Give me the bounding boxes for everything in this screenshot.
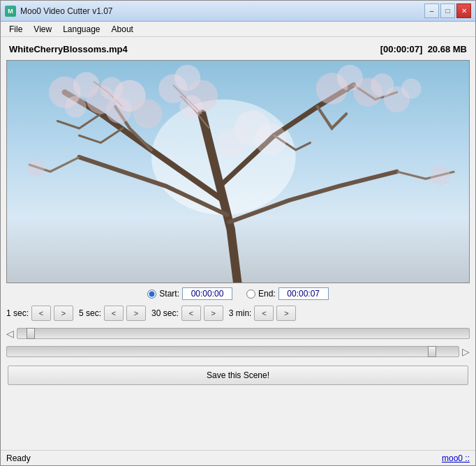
start-time-input[interactable] — [182, 287, 232, 300]
slider-thumb-icon: ◁ — [6, 328, 14, 339]
end-radio[interactable] — [246, 290, 255, 299]
file-size: 20.68 MB — [428, 44, 467, 54]
step-prev-30sec[interactable]: < — [181, 306, 201, 321]
status-text: Ready — [6, 453, 31, 463]
title-bar-left: M Moo0 Video Cutter v1.07 — [5, 6, 113, 17]
file-duration: [00:00:07] — [380, 44, 423, 54]
menu-language[interactable]: Language — [57, 23, 105, 36]
step-row: 1 sec: < > 5 sec: < > 30 sec: < > 3 min:… — [6, 304, 470, 322]
close-button[interactable]: ✕ — [456, 3, 471, 18]
step-group-3min: 3 min: < > — [229, 306, 297, 321]
svg-point-21 — [216, 128, 245, 157]
step-group-1sec: 1 sec: < > — [6, 306, 73, 321]
timeline-slider[interactable] — [17, 328, 470, 339]
svg-point-24 — [430, 165, 450, 186]
app-icon: M — [5, 6, 16, 17]
menu-file[interactable]: File — [3, 23, 28, 36]
video-preview — [6, 60, 470, 283]
main-content: WhiteCherryBlossoms.mp4 [00:00:07] 20.68… — [1, 37, 475, 393]
svg-point-8 — [133, 100, 162, 128]
tree-svg — [7, 61, 469, 283]
end-time-input[interactable] — [278, 287, 329, 300]
file-name: WhiteCherryBlossoms.mp4 — [9, 44, 128, 54]
maximize-button[interactable]: □ — [440, 3, 455, 18]
app-title: Moo0 Video Cutter v1.07 — [20, 6, 113, 16]
range-end-icon: ▷ — [462, 346, 470, 357]
step-group-30sec: 30 sec: < > — [151, 306, 223, 321]
step-next-5sec[interactable]: > — [126, 306, 146, 321]
menu-view[interactable]: View — [28, 23, 57, 36]
svg-point-9 — [100, 77, 123, 100]
title-bar: M Moo0 Video Cutter v1.07 – □ ✕ — [1, 1, 475, 22]
app-window: M Moo0 Video Cutter v1.07 – □ ✕ File Vie… — [0, 0, 476, 466]
range-slider[interactable] — [6, 346, 459, 357]
svg-point-5 — [65, 96, 87, 117]
save-button[interactable]: Save this Scene! — [8, 366, 468, 385]
start-radio[interactable] — [147, 290, 156, 299]
start-radio-label[interactable]: Start: — [147, 287, 232, 300]
end-label: End: — [258, 289, 276, 299]
svg-point-23 — [27, 159, 45, 176]
save-btn-container: Save this Scene! — [6, 363, 470, 388]
step-prev-1sec[interactable]: < — [31, 306, 51, 321]
menu-about[interactable]: About — [106, 23, 139, 36]
svg-point-19 — [401, 79, 422, 99]
step-prev-5sec[interactable]: < — [104, 306, 124, 321]
minimize-button[interactable]: – — [424, 3, 439, 18]
step-group-5sec: 5 sec: < > — [79, 306, 146, 321]
start-end-row: Start: End: — [6, 287, 470, 300]
menu-bar: File View Language About — [1, 22, 475, 37]
step-label-30sec: 30 sec: — [151, 308, 179, 318]
status-link[interactable]: moo0 :: — [442, 453, 470, 463]
timeline-slider-row: ◁ — [6, 326, 470, 340]
step-label-5sec: 5 sec: — [79, 308, 101, 318]
step-next-3min[interactable]: > — [276, 306, 296, 321]
svg-point-22 — [255, 123, 287, 156]
step-next-1sec[interactable]: > — [54, 306, 73, 321]
title-bar-buttons: – □ ✕ — [424, 3, 471, 18]
step-prev-3min[interactable]: < — [254, 306, 274, 321]
step-label-1sec: 1 sec: — [6, 308, 29, 318]
file-meta: [00:00:07] 20.68 MB — [380, 44, 467, 54]
svg-point-13 — [179, 95, 202, 118]
file-info-bar: WhiteCherryBlossoms.mp4 [00:00:07] 20.68… — [6, 43, 470, 56]
step-label-3min: 3 min: — [229, 308, 252, 318]
step-next-30sec[interactable]: > — [204, 306, 223, 321]
range-slider-row: ▷ — [6, 345, 470, 359]
app-icon-letter: M — [8, 8, 13, 15]
end-radio-label[interactable]: End: — [246, 287, 329, 300]
status-bar: Ready moo0 :: — [1, 450, 475, 465]
start-label: Start: — [159, 289, 179, 299]
